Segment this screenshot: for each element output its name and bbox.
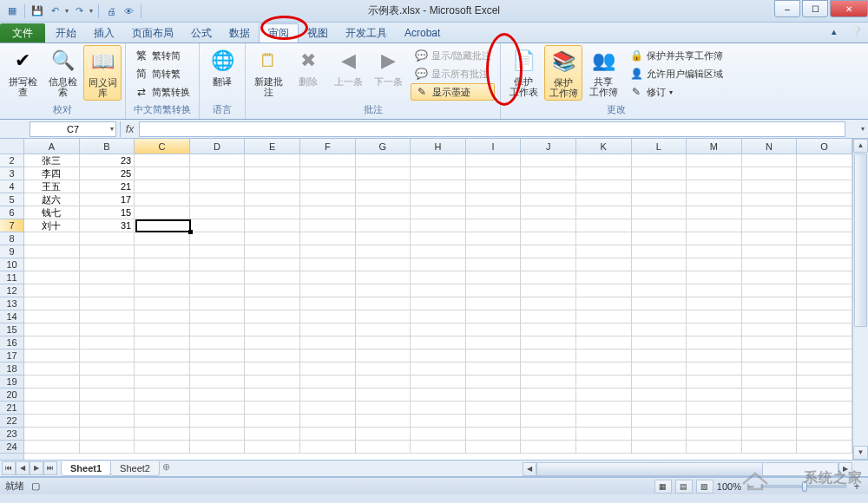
cell-L20[interactable] <box>632 389 687 402</box>
cell-C4[interactable] <box>135 180 190 193</box>
cell-F16[interactable] <box>300 336 356 349</box>
cell-A18[interactable] <box>24 363 80 376</box>
cell-O15[interactable] <box>797 323 852 336</box>
show-hide-comment-button[interactable]: 💬 显示/隐藏批注 <box>411 47 495 64</box>
cell-B15[interactable] <box>80 323 135 336</box>
cell-J6[interactable] <box>521 206 576 219</box>
sheet-nav-prev[interactable]: ◀ <box>16 461 30 475</box>
cell-J17[interactable] <box>521 349 576 363</box>
cell-A4[interactable]: 王五 <box>24 180 80 193</box>
cell-B19[interactable] <box>80 376 135 389</box>
cell-A13[interactable] <box>24 297 80 310</box>
cell-D20[interactable] <box>190 389 246 402</box>
close-button[interactable]: ✕ <box>830 0 868 17</box>
cell-J16[interactable] <box>521 336 576 349</box>
cell-C19[interactable] <box>135 376 190 389</box>
cell-B8[interactable] <box>80 232 135 245</box>
cell-L18[interactable] <box>632 363 687 376</box>
cell-C14[interactable] <box>135 310 190 323</box>
cell-K18[interactable] <box>576 363 632 376</box>
cell-A15[interactable] <box>24 323 80 336</box>
share-workbook-button[interactable]: 👥 共享 工作簿 <box>584 45 622 99</box>
cell-I11[interactable] <box>466 271 522 284</box>
cell-I20[interactable] <box>466 389 522 402</box>
cell-F24[interactable] <box>300 441 356 454</box>
help-icon[interactable]: ❔ <box>851 26 863 38</box>
cell-F20[interactable] <box>300 389 356 402</box>
next-comment-button[interactable]: ▶ 下一条 <box>369 45 407 88</box>
cell-C12[interactable] <box>135 284 190 297</box>
cell-A16[interactable] <box>24 336 80 349</box>
cell-I5[interactable] <box>466 193 522 206</box>
cell-L11[interactable] <box>632 271 687 284</box>
cell-F4[interactable] <box>300 180 356 193</box>
cell-D6[interactable] <box>190 206 246 219</box>
col-header-N[interactable]: N <box>742 139 798 154</box>
cell-A10[interactable] <box>24 258 80 271</box>
cell-I8[interactable] <box>466 232 522 245</box>
cell-I13[interactable] <box>466 297 522 310</box>
cell-M10[interactable] <box>687 258 742 271</box>
cell-K4[interactable] <box>576 180 632 193</box>
cell-B24[interactable] <box>80 441 135 454</box>
cell-N10[interactable] <box>742 258 798 271</box>
cell-L8[interactable] <box>632 232 687 245</box>
cell-K11[interactable] <box>576 271 632 284</box>
protect-share-button[interactable]: 🔒 保护并共享工作簿 <box>626 47 727 64</box>
cell-F23[interactable] <box>300 428 356 441</box>
cell-N8[interactable] <box>742 232 798 245</box>
cell-E9[interactable] <box>245 245 300 258</box>
formula-expand-icon[interactable]: ▾ <box>858 125 868 133</box>
cell-D10[interactable] <box>190 258 246 271</box>
row-header-18[interactable]: 18 <box>0 363 23 376</box>
cell-F15[interactable] <box>300 323 356 336</box>
tab-acrobat[interactable]: Acrobat <box>396 23 449 42</box>
cell-O7[interactable] <box>797 219 852 232</box>
cell-C20[interactable] <box>135 389 190 402</box>
cell-I24[interactable] <box>466 441 522 454</box>
cell-H15[interactable] <box>411 323 466 336</box>
name-box[interactable]: C7 ▾ <box>30 121 116 137</box>
cell-B5[interactable]: 17 <box>80 193 135 206</box>
cell-G24[interactable] <box>356 441 411 454</box>
cell-L7[interactable] <box>632 219 687 232</box>
cell-B12[interactable] <box>80 284 135 297</box>
cell-M16[interactable] <box>687 336 742 349</box>
cell-A7[interactable]: 刘十 <box>24 219 80 232</box>
cell-E12[interactable] <box>245 284 300 297</box>
cell-N19[interactable] <box>742 376 798 389</box>
cell-B16[interactable] <box>80 336 135 349</box>
scroll-left-button[interactable]: ◀ <box>523 462 536 476</box>
cell-M15[interactable] <box>687 323 742 336</box>
cell-K20[interactable] <box>576 389 632 402</box>
cell-F22[interactable] <box>300 415 356 428</box>
cell-D7[interactable] <box>190 219 246 232</box>
cell-L22[interactable] <box>632 415 687 428</box>
cell-F12[interactable] <box>300 284 356 297</box>
cell-E20[interactable] <box>245 389 300 402</box>
cell-O4[interactable] <box>797 180 852 193</box>
cell-J24[interactable] <box>521 441 576 454</box>
cell-H7[interactable] <box>411 219 466 232</box>
cell-E21[interactable] <box>245 402 300 415</box>
cell-B11[interactable] <box>80 271 135 284</box>
cell-B2[interactable]: 23 <box>80 154 135 167</box>
cell-F2[interactable] <box>300 154 356 167</box>
cell-D5[interactable] <box>190 193 246 206</box>
undo-icon[interactable]: ↶ <box>48 4 62 18</box>
col-header-F[interactable]: F <box>300 139 356 154</box>
cell-N22[interactable] <box>742 415 798 428</box>
cell-L23[interactable] <box>632 428 687 441</box>
tab-formulas[interactable]: 公式 <box>182 23 220 42</box>
row-header-24[interactable]: 24 <box>0 441 23 454</box>
cell-D11[interactable] <box>190 271 246 284</box>
research-button[interactable]: 🔍 信息检索 <box>43 45 82 99</box>
cell-I14[interactable] <box>466 310 522 323</box>
cell-D15[interactable] <box>190 323 246 336</box>
cell-I23[interactable] <box>466 428 522 441</box>
cell-O16[interactable] <box>797 336 852 349</box>
cell-K17[interactable] <box>576 349 632 363</box>
cell-K5[interactable] <box>576 193 632 206</box>
cell-G17[interactable] <box>356 349 411 363</box>
cell-K14[interactable] <box>576 310 632 323</box>
